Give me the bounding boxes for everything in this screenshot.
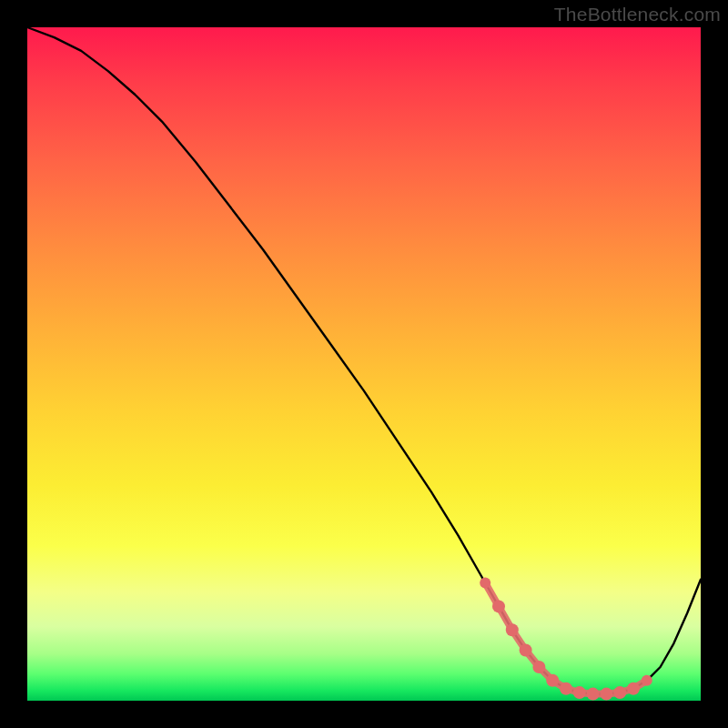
marker-dot xyxy=(627,682,640,695)
marker-dot xyxy=(520,644,532,657)
chart-frame: TheBottleneck.com xyxy=(0,0,728,728)
marker-dot xyxy=(642,675,652,686)
marker-dot xyxy=(532,661,545,673)
marker-dot xyxy=(613,686,626,699)
bottleneck-curve-line xyxy=(27,27,701,694)
marker-dot xyxy=(506,623,519,636)
chart-plot-area xyxy=(27,27,701,701)
marker-dot xyxy=(492,600,505,612)
marker-dot xyxy=(573,686,586,699)
marker-dot xyxy=(587,688,600,701)
marker-dot xyxy=(546,674,559,687)
chart-svg xyxy=(27,27,701,701)
marker-dot xyxy=(480,578,490,589)
marker-dot xyxy=(600,688,612,701)
watermark-text: TheBottleneck.com xyxy=(554,4,721,25)
optimal-band-markers xyxy=(480,578,652,701)
marker-dot xyxy=(560,682,572,695)
